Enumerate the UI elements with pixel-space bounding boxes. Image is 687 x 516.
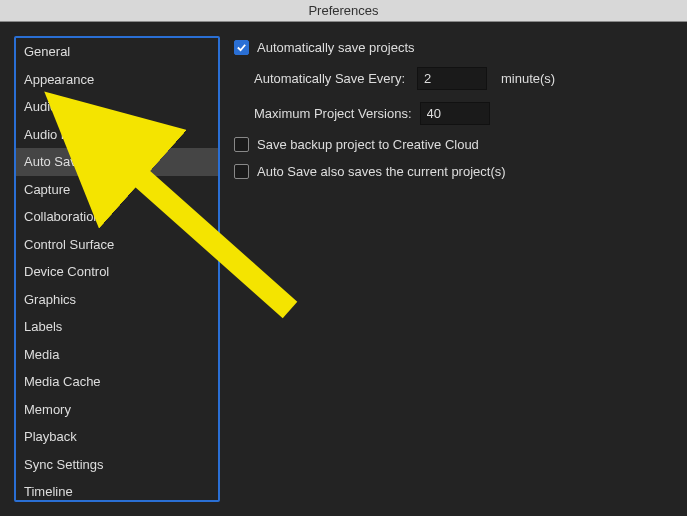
save-every-row: Automatically Save Every: minute(s) <box>234 67 673 90</box>
save-current-row: Auto Save also saves the current project… <box>234 164 673 179</box>
sidebar-item-playback[interactable]: Playback <box>16 423 218 451</box>
backup-cc-label: Save backup project to Creative Cloud <box>257 137 479 152</box>
auto-save-checkbox-label: Automatically save projects <box>257 40 415 55</box>
backup-cc-checkbox[interactable] <box>234 137 249 152</box>
auto-save-checkbox[interactable] <box>234 40 249 55</box>
sidebar-item-collaboration[interactable]: Collaboration <box>16 203 218 231</box>
sidebar-item-capture[interactable]: Capture <box>16 176 218 204</box>
sidebar-item-control-surface[interactable]: Control Surface <box>16 231 218 259</box>
max-versions-row: Maximum Project Versions: <box>234 102 673 125</box>
sidebar-item-audio-hardware[interactable]: Audio Hardware <box>16 121 218 149</box>
sidebar-item-memory[interactable]: Memory <box>16 396 218 424</box>
window-title: Preferences <box>308 3 378 18</box>
main-panel: Automatically save projects Automaticall… <box>234 36 673 502</box>
window-titlebar: Preferences <box>0 0 687 22</box>
content-area: GeneralAppearanceAudioAudio HardwareAuto… <box>0 22 687 516</box>
save-current-checkbox[interactable] <box>234 164 249 179</box>
save-every-suffix: minute(s) <box>501 71 555 86</box>
sidebar-item-labels[interactable]: Labels <box>16 313 218 341</box>
save-every-input[interactable] <box>417 67 487 90</box>
sidebar-item-general[interactable]: General <box>16 38 218 66</box>
save-every-label: Automatically Save Every: <box>254 71 409 86</box>
sidebar-item-auto-save[interactable]: Auto Save <box>16 148 218 176</box>
sidebar-item-sync-settings[interactable]: Sync Settings <box>16 451 218 479</box>
sidebar-item-device-control[interactable]: Device Control <box>16 258 218 286</box>
checkmark-icon <box>236 42 247 53</box>
sidebar-item-audio[interactable]: Audio <box>16 93 218 121</box>
sidebar-item-graphics[interactable]: Graphics <box>16 286 218 314</box>
sidebar-item-media[interactable]: Media <box>16 341 218 369</box>
preferences-sidebar[interactable]: GeneralAppearanceAudioAudio HardwareAuto… <box>14 36 220 502</box>
max-versions-input[interactable] <box>420 102 490 125</box>
sidebar-item-media-cache[interactable]: Media Cache <box>16 368 218 396</box>
auto-save-checkbox-row: Automatically save projects <box>234 40 673 55</box>
sidebar-item-timeline[interactable]: Timeline <box>16 478 218 502</box>
backup-cc-row: Save backup project to Creative Cloud <box>234 137 673 152</box>
sidebar-item-appearance[interactable]: Appearance <box>16 66 218 94</box>
save-current-label: Auto Save also saves the current project… <box>257 164 506 179</box>
max-versions-label: Maximum Project Versions: <box>254 106 412 121</box>
